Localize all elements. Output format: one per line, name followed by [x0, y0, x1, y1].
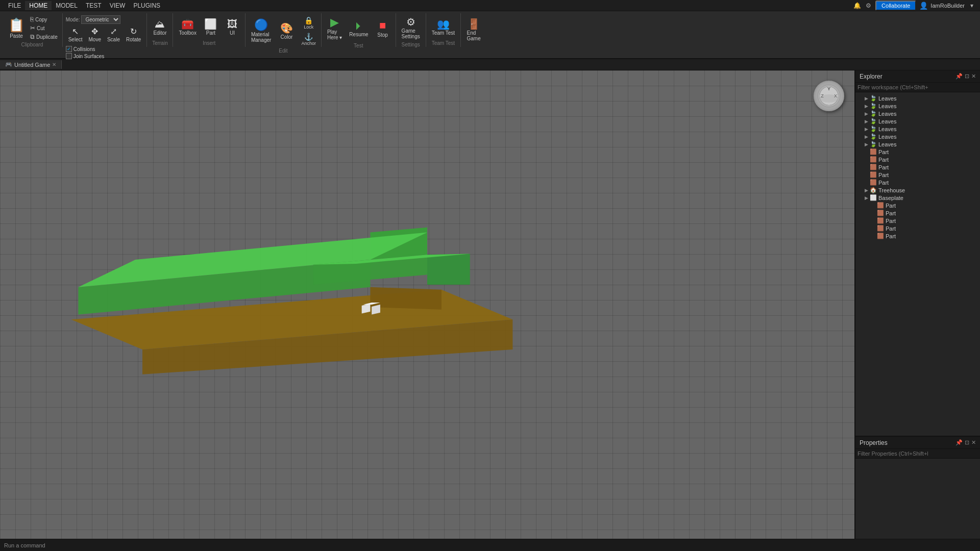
editor-label: Editor [153, 30, 166, 36]
scale-icon: ⤢ [110, 28, 117, 36]
list-item[interactable]: 🟫 Part [855, 224, 980, 232]
list-item[interactable]: ▶ ⬜ Baseplate [855, 194, 980, 202]
move-icon: ✥ [91, 28, 98, 36]
list-item[interactable]: ▶ 🍃 Leaves [855, 140, 980, 148]
play-here-icon: ▶ [330, 17, 339, 28]
cut-button[interactable]: ✂ Cut [29, 24, 59, 32]
obj-icon: 🍃 [870, 141, 877, 147]
end-game-section: 🚪 EndGame [461, 13, 486, 47]
obj-icon: 🟫 [877, 210, 884, 216]
list-item[interactable]: ▶ 🍃 Leaves [855, 117, 980, 125]
arrow-icon: ▶ [863, 127, 870, 132]
properties-close-icon[interactable]: ✕ [971, 439, 976, 446]
material-manager-button[interactable]: 🔵 MaterialManager [249, 18, 274, 44]
copy-icon: ⎘ [30, 16, 34, 23]
dropdown-icon[interactable]: ▾ [968, 2, 976, 10]
anchor-button[interactable]: ⚓ Anchor [299, 32, 318, 47]
obj-icon: 🍃 [870, 126, 877, 132]
list-item[interactable]: 🟫 Part [855, 217, 980, 224]
viewport[interactable]: Y X Z [0, 70, 854, 539]
ui-icon: 🖼 [227, 19, 237, 29]
ribbon: 📋 Paste ⎘ Copy ✂ Cut ⧉ Duplicate [0, 11, 980, 59]
obj-icon: 🍃 [870, 110, 877, 117]
move-button[interactable]: ✥ Move [86, 26, 104, 44]
doc-tab[interactable]: 🎮 Untitled Game ✕ [0, 60, 62, 69]
list-item[interactable]: 🟫 Part [855, 163, 980, 171]
color-button[interactable]: 🎨 Color [277, 21, 296, 41]
menu-item-model[interactable]: MODEL [52, 1, 82, 10]
toolbox-button[interactable]: 🧰 Toolbox [176, 17, 199, 37]
properties-pin-icon[interactable]: 📌 [955, 439, 963, 446]
join-surfaces-label: Join Surfaces [74, 54, 105, 59]
explorer-filter[interactable] [857, 84, 928, 90]
svg-text:Y: Y [827, 86, 830, 91]
obj-icon: 🍃 [870, 95, 877, 102]
list-item[interactable]: ▶ 🍃 Leaves [855, 133, 980, 140]
mode-dropdown[interactable]: Geometric [81, 15, 120, 24]
game-settings-button[interactable]: ⚙ GameSettings [399, 15, 423, 41]
explorer-header: Explorer 📌 ⊡ ✕ [855, 70, 980, 83]
settings-icon[interactable]: ⚙ [864, 2, 872, 10]
ui-button[interactable]: 🖼 UI [223, 17, 242, 37]
list-item[interactable]: 🟫 Part [855, 148, 980, 156]
select-button[interactable]: ↖ Select [66, 26, 85, 44]
explorer-pin-icon[interactable]: 📌 [955, 73, 963, 80]
list-item[interactable]: 🟫 Part [855, 179, 980, 186]
list-item[interactable]: ▶ 🍃 Leaves [855, 110, 980, 117]
list-item[interactable]: 🟫 Part [855, 209, 980, 217]
list-item[interactable]: 🟫 Part [855, 232, 980, 240]
menu-item-test[interactable]: TEST [82, 1, 106, 10]
list-item[interactable]: ▶ 🏠 Treehouse [855, 186, 980, 194]
list-item[interactable]: ▶ 🍃 Leaves [855, 94, 980, 102]
part-button[interactable]: ⬜ Part [201, 17, 220, 37]
list-item[interactable]: 🟫 Part [855, 202, 980, 209]
properties-filter[interactable] [857, 450, 928, 457]
menu-item-view[interactable]: VIEW [106, 1, 130, 10]
team-test-button[interactable]: 👥 Team Test [429, 17, 457, 37]
paste-button[interactable]: 📋 Paste [5, 16, 28, 40]
play-here-button[interactable]: ▶ PlayHere ▾ [325, 15, 345, 42]
properties-header: Properties 📌 ⊡ ✕ [855, 437, 980, 449]
explorer-expand-icon[interactable]: ⊡ [965, 73, 969, 80]
editor-button[interactable]: ⛰ Editor [150, 17, 169, 37]
collisions-checkbox-box [66, 46, 72, 52]
doc-tab-close[interactable]: ✕ [52, 62, 56, 67]
end-game-button[interactable]: 🚪 EndGame [464, 17, 483, 43]
properties-expand-icon[interactable]: ⊡ [965, 439, 969, 446]
collaborate-button[interactable]: Collaborate [875, 1, 916, 11]
menu-item-file[interactable]: FILE [4, 1, 25, 10]
obj-icon: 🟫 [870, 164, 877, 170]
explorer-close-icon[interactable]: ✕ [971, 73, 976, 80]
list-item[interactable]: 🟫 Part [855, 156, 980, 163]
copy-button[interactable]: ⎘ Copy [29, 15, 59, 23]
duplicate-button[interactable]: ⧉ Duplicate [29, 33, 59, 41]
list-item[interactable]: ▶ 🍃 Leaves [855, 102, 980, 110]
rotate-button[interactable]: ↻ Rotate [124, 26, 143, 44]
main-area: Y X Z Explorer 📌 ⊡ ✕ [0, 70, 980, 539]
menu-item-plugins[interactable]: PLUGINS [129, 1, 164, 10]
status-bar: Run a command [0, 539, 980, 551]
insert-section: 🧰 Toolbox ⬜ Part 🖼 UI Insert [173, 13, 245, 47]
obj-icon: 🟫 [870, 179, 877, 186]
obj-icon: 🍃 [870, 103, 877, 109]
settings-label: Settings [399, 42, 423, 47]
stop-button[interactable]: ■ Stop [373, 18, 393, 39]
list-item[interactable]: 🟫 Part [855, 171, 980, 179]
scale-button[interactable]: ⤢ Scale [105, 26, 122, 44]
menu-bar: FILE HOME MODEL TEST VIEW PLUGINS 🔔 ⚙ Co… [0, 0, 980, 11]
team-test-label: Team Test [432, 30, 455, 36]
anchor-icon: ⚓ [304, 33, 313, 41]
list-item[interactable]: ▶ 🍃 Leaves [855, 125, 980, 133]
join-surfaces-checkbox[interactable]: Join Surfaces [66, 53, 105, 59]
menu-item-home[interactable]: HOME [25, 1, 52, 10]
resume-button[interactable]: ⏵ Resume [347, 19, 371, 39]
cut-icon: ✂ [30, 24, 35, 32]
lock-button[interactable]: 🔒 Lock [299, 15, 318, 31]
select-label: Select [68, 37, 83, 42]
obj-icon: 🟫 [870, 156, 877, 163]
arrow-icon: ▶ [863, 134, 870, 139]
notification-icon[interactable]: 🔔 [853, 2, 861, 10]
join-surfaces-checkbox-box [66, 53, 72, 59]
collisions-checkbox[interactable]: Collisions [66, 46, 105, 52]
compass[interactable]: Y X Z [814, 81, 844, 111]
